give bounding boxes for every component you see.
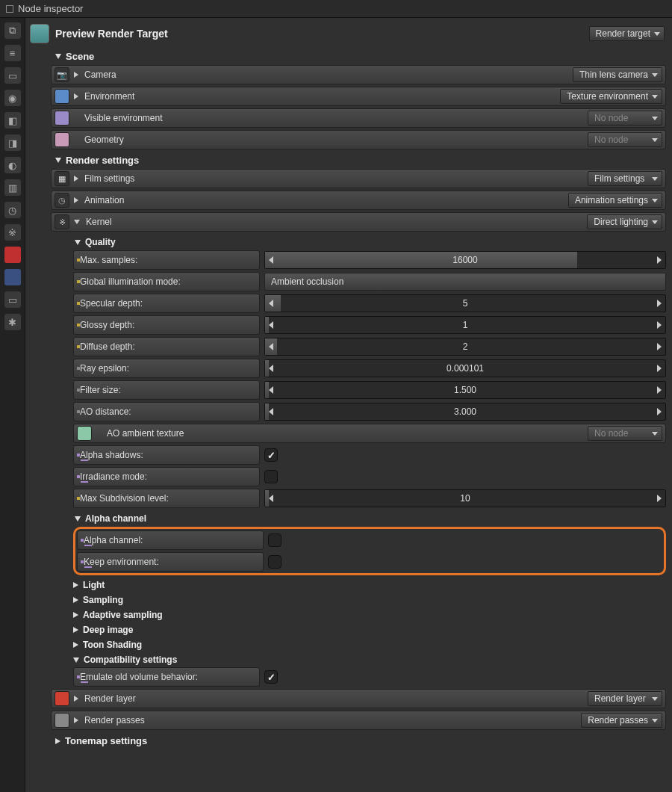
visible-env-dropdown[interactable]: No node	[588, 111, 662, 126]
section-deep-image[interactable]: Deep image	[73, 622, 666, 637]
chevron-right-icon	[74, 696, 78, 702]
diffuse-depth-row: Diffuse depth: 2	[73, 337, 666, 356]
ray-eps-slider[interactable]: 0.000101	[264, 359, 666, 377]
increment-icon[interactable]	[657, 256, 662, 264]
tool-icon[interactable]: ◧	[4, 112, 21, 129]
passes-icon	[55, 713, 69, 728]
environment-dropdown[interactable]: Texture environment	[560, 89, 662, 104]
texture-icon	[77, 426, 92, 441]
glossy-slider[interactable]: 1	[264, 316, 666, 334]
alpha-shadows-checkbox[interactable]: ✓	[264, 448, 278, 462]
node-icon	[55, 111, 69, 126]
film-settings-row[interactable]: ▦ Film settings Film settings	[51, 169, 666, 188]
tool-icon[interactable]: ≡	[4, 45, 21, 61]
increment-icon[interactable]	[657, 343, 662, 350]
bool-icon	[77, 454, 80, 457]
increment-icon[interactable]	[657, 321, 662, 329]
tool-icon[interactable]: ◨	[4, 134, 21, 151]
tool-icon[interactable]: ⧉	[4, 22, 21, 39]
chevron-down-icon	[75, 240, 81, 245]
increment-icon[interactable]	[657, 365, 662, 372]
emulate-checkbox[interactable]: ✓	[264, 670, 278, 684]
irradiance-row: Irradiance mode:	[73, 467, 666, 486]
ao-texture-row[interactable]: AO ambient texture No node	[73, 424, 666, 443]
render-passes-row[interactable]: Render passes Render passes	[51, 711, 666, 730]
section-alpha-channel[interactable]: Alpha channel	[73, 510, 666, 527]
increment-icon[interactable]	[657, 300, 662, 307]
geometry-row[interactable]: Geometry No node	[51, 130, 666, 149]
environment-icon	[55, 89, 69, 104]
keep-env-checkbox[interactable]	[268, 555, 281, 569]
animation-dropdown[interactable]: Animation settings	[568, 193, 662, 208]
section-adaptive-sampling[interactable]: Adaptive sampling	[73, 607, 666, 622]
section-scene[interactable]: Scene	[51, 48, 666, 65]
max-samples-slider[interactable]: 16000	[264, 251, 666, 269]
tool-camera-icon[interactable]: ◉	[4, 90, 21, 106]
chevron-right-icon	[55, 738, 60, 744]
animation-row[interactable]: ◷ Animation Animation settings	[51, 191, 666, 210]
increment-icon[interactable]	[657, 408, 662, 415]
kernel-dropdown[interactable]: Direct lighting	[587, 214, 662, 229]
film-icon: ▦	[55, 171, 69, 186]
window-title: Node inspector	[18, 3, 83, 14]
tool-icon[interactable]: ※	[4, 224, 21, 241]
camera-dropdown[interactable]: Thin lens camera	[573, 67, 662, 82]
section-compat[interactable]: Compatibility settings	[73, 652, 666, 667]
bool-icon	[77, 475, 80, 478]
increment-icon[interactable]	[657, 386, 662, 394]
camera-row[interactable]: 📷 Camera Thin lens camera	[51, 65, 666, 84]
render-layer-row[interactable]: Render layer Render layer	[51, 689, 666, 708]
tool-image-icon[interactable]: ▭	[4, 291, 21, 308]
chevron-right-icon	[73, 627, 78, 633]
section-quality[interactable]: Quality	[73, 234, 666, 250]
tool-image-icon[interactable]: ▭	[4, 67, 21, 84]
render-layer-dropdown[interactable]: Render layer	[588, 691, 662, 706]
tool-icon[interactable]: ▥	[4, 179, 21, 196]
page-title: Preview Render Target	[55, 28, 168, 40]
ray-epsilon-row: Ray epsilon: 0.000101	[73, 359, 666, 378]
section-tonemap[interactable]: Tonemap settings	[51, 732, 666, 749]
geometry-dropdown[interactable]: No node	[588, 132, 662, 147]
chevron-right-icon	[73, 582, 78, 588]
tool-star-icon[interactable]: ✱	[4, 314, 21, 330]
tool-clock-icon[interactable]: ◷	[4, 202, 21, 218]
film-dropdown[interactable]: Film settings	[588, 171, 662, 186]
render-target-dropdown[interactable]: Render target	[589, 26, 665, 41]
bool-icon	[77, 675, 80, 678]
emulate-old-volume-row: Emulate old volume behavior: ✓	[73, 667, 666, 687]
chevron-down-icon	[73, 658, 79, 663]
environment-row[interactable]: Environment Texture environment	[51, 87, 666, 106]
kernel-row[interactable]: ※ Kernel Direct lighting	[51, 212, 666, 232]
render-target-icon	[30, 24, 49, 43]
inspector-panel: Preview Render Target Render target Scen…	[25, 18, 672, 792]
irradiance-checkbox[interactable]	[264, 470, 278, 483]
alpha-channel-checkbox[interactable]	[268, 533, 281, 547]
kernel-icon: ※	[55, 214, 69, 229]
section-render-settings[interactable]: Render settings	[51, 152, 666, 169]
increment-icon[interactable]	[657, 495, 662, 502]
window-titlebar: Node inspector	[0, 0, 672, 18]
tool-red-icon[interactable]	[4, 247, 21, 263]
section-sampling[interactable]: Sampling	[73, 593, 666, 607]
highlight-annotation: Alpha channel: Keep environment:	[73, 527, 666, 575]
ao-distance-slider[interactable]: 3.000	[264, 403, 666, 421]
chevron-right-icon	[74, 93, 78, 99]
tool-blue-icon[interactable]	[4, 269, 21, 285]
filter-size-slider[interactable]: 1.500	[264, 381, 666, 399]
visible-env-row[interactable]: Visible environment No node	[51, 108, 666, 128]
camera-icon: 📷	[55, 67, 69, 82]
section-toon-shading[interactable]: Toon Shading	[73, 637, 666, 652]
render-passes-dropdown[interactable]: Render passes	[581, 713, 662, 728]
section-light[interactable]: Light	[73, 578, 666, 593]
ao-texture-dropdown[interactable]: No node	[588, 426, 662, 441]
tool-icon[interactable]: ◐	[4, 157, 21, 173]
diffuse-slider[interactable]: 2	[264, 338, 666, 356]
max-subdiv-slider[interactable]: 10	[264, 489, 666, 507]
specular-slider[interactable]: 5	[264, 294, 666, 312]
gi-mode-select[interactable]: Ambient occlusion	[264, 273, 666, 291]
bool-icon	[81, 560, 84, 563]
specular-depth-row: Specular depth: 5	[73, 294, 666, 313]
glossy-depth-row: Glossy depth: 1	[73, 315, 666, 335]
chevron-right-icon	[73, 642, 78, 648]
chevron-right-icon	[74, 72, 78, 78]
